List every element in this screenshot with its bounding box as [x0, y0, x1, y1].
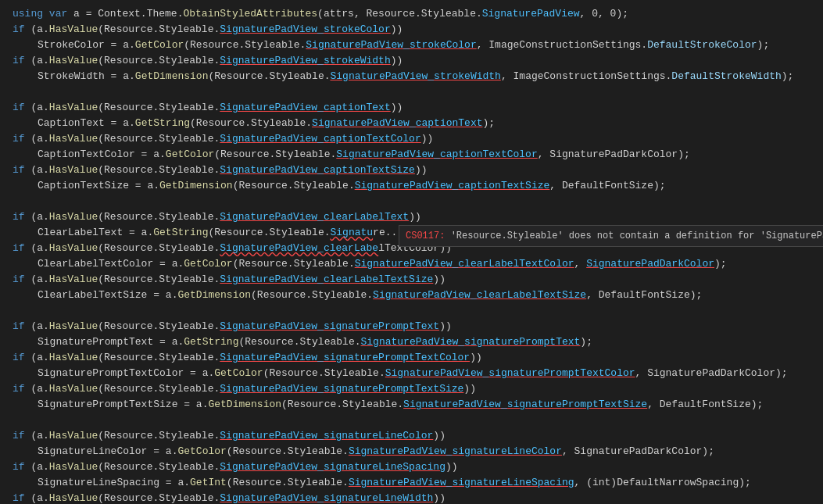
code-line: if (a.HasValue(Resource.Styleable.Signat…: [0, 428, 823, 444]
blank-line: [0, 413, 823, 428]
code-line: if (a.HasValue(Resource.Styleable.Signat…: [0, 22, 823, 38]
blank-line: [0, 303, 823, 319]
code-line: SignaturePromptTextSize = a.GetDimension…: [0, 397, 823, 413]
code-line: ClearLabelTextColor = a.GetColor(Resourc…: [0, 256, 823, 272]
code-line: SignaturePromptTextColor = a.GetColor(Re…: [0, 366, 823, 381]
code-line: SignaturePromptText = a.GetString(Resour…: [0, 334, 823, 350]
blank-line: [0, 194, 823, 209]
static-member: SignaturePadView: [482, 6, 580, 22]
keyword: using: [13, 6, 43, 22]
code-line: if (a.HasValue(Resource.Styleable.Signat…: [0, 100, 823, 116]
code-line: if (a.HasValue(Resource.Styleable.Signat…: [0, 381, 823, 397]
code-line: if (a.HasValue(Resource.Styleable.Signat…: [0, 53, 823, 69]
code-line: CaptionTextColor = a.GetColor(Resource.S…: [0, 147, 823, 163]
code-line: if (a.HasValue(Resource.Styleable.Signat…: [0, 459, 823, 475]
code-line: StrokeWidth = a.GetDimension(Resource.St…: [0, 69, 823, 84]
code-line: using var a = Context.Theme.ObtainStyled…: [0, 6, 823, 22]
code-line: SignatureLineSpacing = a.GetInt(Resource…: [0, 475, 823, 491]
blank-line: [0, 84, 823, 100]
code-line: if (a.HasValue(Resource.Styleable.Signat…: [0, 209, 823, 225]
code-line: StrokeColor = a.GetColor(Resource.Stylea…: [0, 38, 823, 53]
error-tooltip: CS0117: 'Resource.Styleable' does not co…: [399, 225, 823, 247]
code-line: if (a.HasValue(Resource.Styleable.Signat…: [0, 491, 823, 504]
code-line: CaptionText = a.GetString(Resource.Style…: [0, 116, 823, 131]
code-line: ClearLabelTextSize = a.GetDimension(Reso…: [0, 288, 823, 303]
code-line: if (a.HasValue(Resource.Styleable.Signat…: [0, 319, 823, 334]
code-line: if (a.HasValue(Resource.Styleable.Signat…: [0, 163, 823, 178]
method: ObtainStyledAttributes: [183, 6, 317, 22]
keyword: var: [49, 6, 67, 22]
code-line: if (a.HasValue(Resource.Styleable.Signat…: [0, 272, 823, 288]
code-editor: using var a = Context.Theme.ObtainStyled…: [0, 0, 823, 504]
code-line-tooltip: ClearLabelText = a.GetString(Resource.St…: [0, 225, 823, 241]
code-line: SignatureLineColor = a.GetColor(Resource…: [0, 444, 823, 459]
code-line: if (a.HasValue(Resource.Styleable.Signat…: [0, 350, 823, 366]
code-line: CaptionTextSize = a.GetDimension(Resourc…: [0, 178, 823, 194]
code-line: if (a.HasValue(Resource.Styleable.Signat…: [0, 131, 823, 147]
